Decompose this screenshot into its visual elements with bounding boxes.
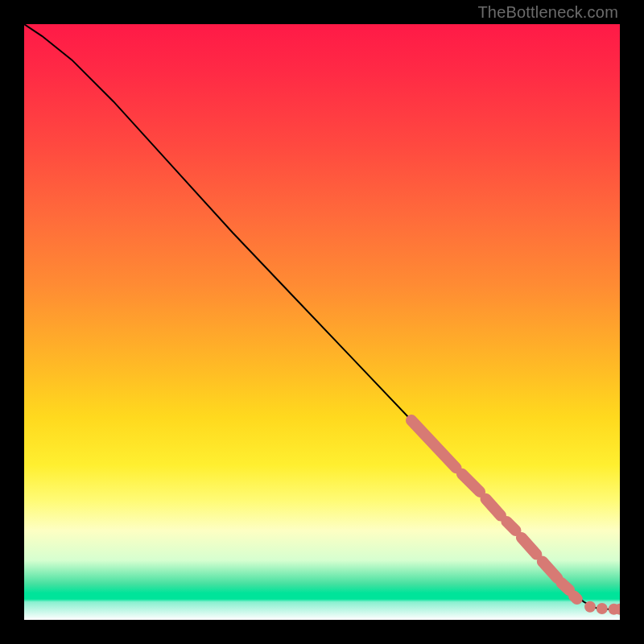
highlight-segment xyxy=(411,420,456,468)
chart-overlay xyxy=(24,24,620,620)
highlight-segment xyxy=(574,596,577,599)
highlight-segment xyxy=(506,522,515,530)
highlight-point xyxy=(597,603,608,614)
highlight-segment xyxy=(543,561,558,578)
highlight-point xyxy=(584,601,596,613)
highlight-segment xyxy=(462,474,480,492)
chart-frame xyxy=(24,24,620,620)
highlight-segment xyxy=(561,583,569,590)
highlight-markers xyxy=(411,420,620,615)
highlight-segment xyxy=(486,499,502,516)
highlight-segment xyxy=(522,538,537,555)
line-curve xyxy=(24,24,620,609)
watermark-text: TheBottleneck.com xyxy=(477,3,618,22)
